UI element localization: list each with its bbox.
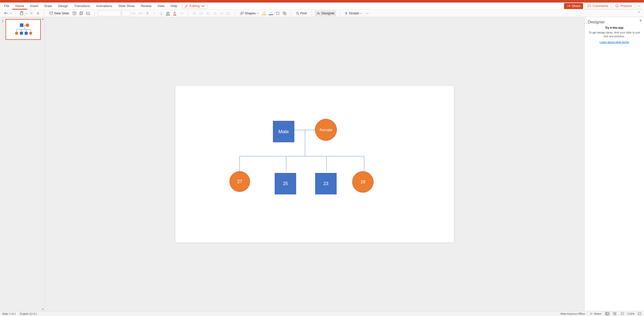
fit-to-window-button[interactable] [637,312,642,316]
share-icon [567,4,570,8]
svg-rect-45 [606,312,609,314]
tab-file[interactable]: File [1,3,12,10]
slide-thumbnail-1[interactable] [6,19,41,40]
tab-insert[interactable]: Insert [27,3,42,10]
tab-help[interactable]: Help [168,3,180,10]
comments-button[interactable]: Comments [585,3,611,9]
new-slide-button[interactable]: New Slide [48,10,71,16]
more-font-options[interactable]: ⋯ [179,10,185,16]
svg-point-34 [240,13,242,15]
share-button[interactable]: Share [564,3,583,9]
arrange-button[interactable] [281,10,288,16]
highlight-icon: ab [166,11,170,15]
tab-design[interactable]: Design [55,3,71,10]
delete-button[interactable] [35,10,41,16]
shapes-button[interactable]: Shapes [238,10,260,16]
tab-animations[interactable]: Animations [93,3,115,10]
tab-review[interactable]: Review [138,3,154,10]
designer-help-text: To get design ideas, limit your slide to… [588,31,641,39]
new-slide-label: New Slide [54,11,69,15]
svg-rect-7 [80,12,82,15]
new-slide-icon [49,11,53,15]
shape-outline-button[interactable] [268,10,274,16]
designer-try-heading: Try it this way [588,26,641,29]
collapse-ribbon-button[interactable] [638,11,642,16]
sorter-view-button[interactable] [612,312,617,316]
font-size-select[interactable] [122,11,130,16]
undo-icon [4,11,8,15]
designer-close-button[interactable]: ✕ [639,19,642,22]
arrange-icon [283,11,287,15]
chevron-down-icon[interactable] [10,12,12,14]
svg-rect-48 [615,312,616,313]
decrease-font-button: A▼ [138,10,144,16]
shape-child-23-label: 23 [323,181,328,186]
tab-slideshow[interactable]: Slide Show [115,3,138,10]
svg-rect-41 [346,12,347,13]
present-icon [615,4,619,8]
present-dropdown[interactable] [636,3,641,9]
bullets-icon [192,11,196,15]
section-button[interactable] [85,10,91,16]
shapes-icon [240,11,244,15]
notes-toggle[interactable]: Notes [588,312,602,315]
tab-transitions[interactable]: Transitions [71,3,93,10]
duplicate-slide-button[interactable] [78,10,84,16]
delete-icon [36,12,40,15]
undo-button[interactable] [3,10,9,16]
svg-rect-8 [80,12,83,14]
font-color-button[interactable]: A [172,10,178,16]
tab-view[interactable]: View [154,3,168,10]
outdent-icon [213,11,217,15]
status-language[interactable]: English (U.S.) [20,312,37,315]
chevron-down-icon[interactable] [25,12,27,14]
normal-view-icon [606,312,609,315]
thumbnail-number: 1 [2,20,4,23]
shape-female[interactable]: Female [315,119,337,141]
find-button[interactable]: Find [294,10,308,16]
slide-1[interactable]: Male Female 27 25 23 18 [175,86,454,242]
designer-button[interactable]: Designer [315,10,336,16]
slide-canvas-area[interactable]: Male Female 27 25 23 18 [45,17,584,311]
shape-child-27[interactable]: 27 [229,171,250,192]
svg-point-39 [296,12,298,14]
thumb-scroll-down[interactable]: ▼ [41,307,45,311]
pencil-icon [185,4,188,8]
tab-home[interactable]: Home [12,3,27,10]
notes-label: Notes [594,312,601,315]
zoom-level[interactable]: 113% [627,312,634,315]
paste-button[interactable] [19,10,25,16]
designer-learn-link[interactable]: Learn about what works [588,41,641,44]
shape-child-25-label: 25 [283,181,288,186]
highlight-color-button[interactable]: ab [165,10,171,16]
editing-mode-button[interactable]: Editing [182,3,208,9]
thumb-scroll-up[interactable]: ▲ [41,17,45,21]
increase-font-button: A▲ [131,10,137,16]
tab-draw[interactable]: Draw [41,3,55,10]
dictate-button[interactable]: Dictate [343,10,364,16]
help-improve-office[interactable]: Help Improve Office [559,312,586,315]
shape-fill-button[interactable] [261,10,267,16]
notes-icon [589,312,593,315]
font-name-select[interactable] [98,11,121,16]
shape-child-18[interactable]: 18 [352,171,374,193]
status-slide-count[interactable]: Slide 1 of 1 [2,312,16,315]
comment-icon [587,4,591,8]
svg-rect-49 [613,314,614,314]
slideshow-view-button[interactable] [620,312,625,316]
shape-male[interactable]: Male [273,121,294,142]
ribbon-tabs: File Home Insert Draw Design Transitions… [0,3,644,10]
shape-child-25[interactable]: 25 [275,173,296,194]
sorter-icon [613,312,617,315]
shape-child-23[interactable]: 23 [315,173,337,194]
present-button[interactable]: Present [613,3,634,9]
layout-button[interactable] [71,10,77,16]
svg-text:3: 3 [199,14,200,15]
designer-pane-title: Designer [588,20,641,25]
shape-effects-button[interactable] [275,10,281,16]
shape-child-18-label: 18 [360,179,365,185]
svg-rect-0 [616,5,619,7]
more-commands-button[interactable]: ⋯ [364,10,370,16]
normal-view-button[interactable] [605,312,610,316]
duplicate-icon [79,11,83,15]
